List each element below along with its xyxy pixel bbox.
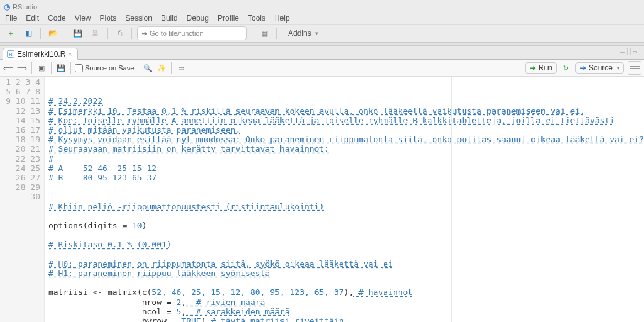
run-arrow-icon: ➔ [530,64,536,72]
separator-icon [276,28,277,39]
window-titlebar: ◔ RStudio [0,0,644,13]
separator-icon [40,28,41,39]
source-editor[interactable]: 1 2 3 4 5 6 7 8 9 10 11 12 13 14 15 16 1… [0,77,644,322]
menu-file[interactable]: File [5,14,17,23]
separator-icon [252,28,252,39]
source-on-save-input[interactable] [75,64,83,72]
rerun-button[interactable]: ↻ [560,62,572,74]
new-project-button[interactable]: ◧ [21,26,35,40]
addins-label: Addins [288,29,311,38]
save-button[interactable]: 💾 [55,62,67,74]
line-gutter: 1 2 3 4 5 6 7 8 9 10 11 12 13 14 15 16 1… [0,77,45,322]
source-button[interactable]: ➔ Source [575,62,624,74]
document-outline-button[interactable] [628,61,641,75]
separator-icon [65,28,65,39]
source-arrow-icon: ➔ [580,64,586,72]
code-line [48,230,53,240]
menu-view[interactable]: View [75,14,91,23]
separator-icon [171,62,172,74]
compile-report-button[interactable]: ▭ [175,62,187,74]
menu-debug[interactable]: Debug [187,14,209,23]
pane-controls: — ▭ [618,48,640,55]
code-line: nrow = 2, # rivien määrä [48,297,265,307]
arrow-right-icon: ➔ [142,30,147,38]
separator-icon [31,62,32,74]
code-line: # A 52 46 25 15 12 [48,164,157,173]
code-line: byrow = TRUE) # täytä matriisi riveittäi… [48,316,344,322]
back-button[interactable]: ⟸ [3,62,14,74]
source-on-save-checkbox[interactable]: Source on Save [75,64,134,72]
source-label: Source [589,64,613,72]
code-line: # Seuraavaan matriisiin on kerätty tarvi… [48,144,329,153]
tab-filename: Esimerkki10.R [17,50,65,58]
addins-menu[interactable]: Addins [288,29,318,38]
code-line: # H0: paraneminen on riippumatonta siitä… [48,259,393,269]
code-line: # Khiin neliö -riippumattomuustesti (ris… [48,202,324,211]
menu-profile[interactable]: Profile [218,14,239,23]
print-button[interactable]: ⎙ [113,26,126,40]
code-line: # H1: paraneminen riippuu lääkkeen syömi… [48,269,270,278]
wand-button[interactable]: ✨ [156,62,167,74]
forward-button[interactable]: ⟹ [16,62,28,74]
r-file-icon: R [7,50,14,58]
close-tab-icon[interactable]: × [68,50,72,58]
minimize-pane-icon[interactable]: — [618,48,628,55]
show-in-new-window-button[interactable]: ▣ [36,62,47,74]
source-on-save-label: Source on Save [85,64,134,72]
menu-tools[interactable]: Tools [248,14,265,23]
code-line: # Esimerkki 10. Testaa 0,1 % riskillä se… [48,106,585,116]
menu-help[interactable]: Help [274,14,290,23]
maximize-pane-icon[interactable]: ▭ [630,48,640,55]
code-line: matriisi <- matrix(c(52, 46, 25, 15, 12,… [48,287,413,297]
source-tabs: R Esimerkki10.R × — ▭ [0,46,644,60]
code-line: # Riskitaso 0.1 % (0.001) [48,240,172,249]
code-line [48,192,53,201]
run-label: Run [538,64,552,72]
code-line [48,250,53,259]
new-file-button[interactable]: ＋ [4,26,18,40]
open-file-button[interactable]: 📂 [46,26,60,40]
code-area[interactable]: # 24.2.2022 # Esimerkki 10. Testaa 0,1 %… [45,77,644,322]
code-line: options(digits = 10) [48,221,147,230]
menu-edit[interactable]: Edit [26,14,39,23]
grid-button[interactable]: ▦ [257,26,271,40]
code-line: # [48,154,53,164]
code-line: # ollut mitään vaikutusta paranemiseen. [48,125,240,135]
save-all-button[interactable]: 🖶 [88,26,102,40]
code-line [48,182,53,192]
code-line: ncol = 5, # sarakkeiden määrä [48,307,290,316]
menu-build[interactable]: Build [161,14,178,23]
separator-icon [138,62,138,74]
code-line: # Koe: Toiselle ryhmälle A annettiin oik… [48,116,614,125]
separator-icon [131,28,132,39]
app-title: RStudio [13,3,37,11]
print-margin-line [451,77,452,322]
code-line: # B 80 95 123 65 37 [48,173,157,182]
separator-icon [70,62,71,74]
source-tab-active[interactable]: R Esimerkki10.R × [3,48,78,60]
separator-icon [107,28,108,39]
main-toolbar: ＋ ◧ 📂 💾 🖶 ⎙ ➔ Go to file/function ▦ Addi… [0,24,644,43]
code-line [48,211,53,221]
menu-plots[interactable]: Plots [100,14,117,23]
find-replace-button[interactable]: 🔍 [142,62,153,74]
goto-file-function-input[interactable]: ➔ Go to file/function [137,26,247,40]
menu-code[interactable]: Code [48,14,66,23]
save-button[interactable]: 💾 [70,26,84,40]
menu-session[interactable]: Session [125,14,152,23]
goto-placeholder: Go to file/function [150,30,204,37]
source-toolbar: ⟸ ⟹ ▣ 💾 Source on Save 🔍 ✨ ▭ ➔ Run ↻ ➔ S… [0,60,644,77]
separator-icon [51,62,52,74]
code-line: # Kysymys voidaan esittää nyt muodossa: … [48,135,644,144]
run-button[interactable]: ➔ Run [525,62,557,74]
main-menubar: File Edit Code View Plots Session Build … [0,13,644,24]
code-line: # 24.2.2022 [48,96,103,106]
code-line [48,278,53,287]
rstudio-logo-icon: ◔ [4,3,10,11]
